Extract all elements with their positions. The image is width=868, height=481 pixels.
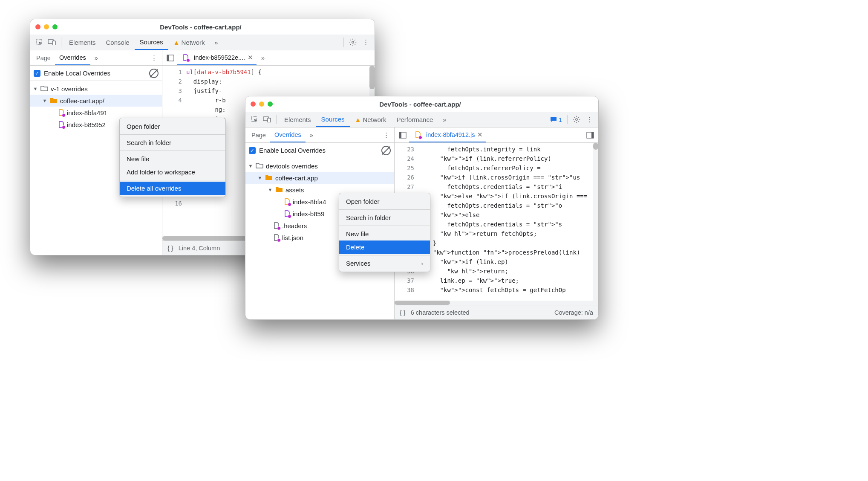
ctx-search-folder[interactable]: Search in folder — [339, 211, 430, 224]
ctx-delete[interactable]: Delete — [339, 240, 430, 254]
svg-rect-5 — [167, 55, 169, 61]
tree-label: index-8bfa4 — [293, 198, 326, 206]
more-files-icon[interactable]: » — [257, 52, 269, 64]
inspect-icon[interactable] — [248, 113, 261, 126]
enable-overrides-checkbox[interactable]: ✓ — [34, 70, 40, 77]
cursor-position: Line 4, Column — [179, 245, 220, 252]
sidebar-tabs: Page Overrides » ⋮ — [30, 50, 162, 66]
file-icon — [284, 198, 290, 205]
tree-label: index-b85952 — [67, 121, 106, 128]
chevron-right-icon: › — [421, 260, 423, 267]
file-icon — [274, 234, 280, 241]
editor-tab-label: index-b859522e.... — [194, 54, 245, 61]
folder-icon — [40, 85, 48, 93]
side-tab-overrides[interactable]: Overrides — [270, 127, 306, 142]
close-tab-icon[interactable]: ✕ — [477, 131, 483, 138]
ctx-new-file[interactable]: New file — [339, 227, 430, 240]
tab-network[interactable]: ▲Network — [168, 35, 210, 50]
tab-elements[interactable]: Elements — [64, 35, 101, 50]
tab-elements[interactable]: Elements — [279, 112, 316, 127]
folder-open-icon — [275, 186, 283, 194]
minimize-window-icon[interactable] — [44, 24, 49, 29]
tab-network[interactable]: ▲Network — [350, 112, 392, 127]
editor-tab-label: index-8bfa4912.js — [426, 131, 475, 138]
svg-rect-11 — [399, 132, 401, 138]
close-tab-icon[interactable]: ✕ — [248, 54, 253, 61]
clear-overrides-icon[interactable] — [149, 69, 159, 78]
kebab-icon[interactable]: ⋮ — [583, 113, 596, 126]
side-tab-page[interactable]: Page — [32, 50, 55, 65]
context-menu-folder-2: Open folder Search in folder New file De… — [339, 193, 430, 272]
side-tab-page[interactable]: Page — [247, 127, 270, 142]
braces-icon[interactable]: { } — [400, 309, 406, 316]
minimize-window-icon[interactable] — [259, 101, 264, 107]
file-icon — [284, 210, 290, 217]
tree-label: list.json — [282, 234, 303, 241]
svg-rect-8 — [268, 118, 271, 122]
tree-folder-domain[interactable]: ▼ coffee-cart.app — [245, 172, 394, 184]
panel-toggle-left-icon[interactable] — [396, 129, 409, 142]
sidebar-kebab-icon[interactable]: ⋮ — [147, 52, 160, 64]
tree-file[interactable]: index-8bfa491 — [30, 107, 162, 119]
side-tab-more-icon[interactable]: » — [90, 50, 102, 65]
file-icon — [415, 131, 421, 138]
side-tab-more-icon[interactable]: » — [306, 127, 317, 142]
ctx-delete-all-overrides[interactable]: Delete all overrides — [120, 182, 225, 195]
panel-toggle-left-icon[interactable] — [164, 52, 177, 64]
ctx-add-folder[interactable]: Add folder to workspace — [120, 165, 225, 179]
more-tabs-icon[interactable]: » — [210, 36, 222, 49]
titlebar: DevTools - coffee-cart.app/ — [30, 19, 375, 35]
editor-tab-active[interactable]: index-8bfa4912.js ✕ — [409, 127, 486, 142]
enable-overrides-row: ✓ Enable Local Overrides — [245, 143, 394, 158]
tree-folder-domain[interactable]: ▼ coffee-cart.app/ — [30, 95, 162, 107]
file-icon — [58, 121, 64, 128]
close-window-icon[interactable] — [251, 101, 256, 107]
clear-overrides-icon[interactable] — [381, 146, 391, 155]
settings-icon[interactable] — [346, 36, 359, 49]
file-icon — [274, 222, 280, 229]
enable-overrides-checkbox[interactable]: ✓ — [249, 147, 256, 154]
titlebar: DevTools - coffee-cart.app/ — [245, 96, 598, 112]
side-tab-overrides[interactable]: Overrides — [55, 50, 90, 65]
ctx-services[interactable]: Services› — [339, 257, 430, 270]
tree-label: coffee-cart.app — [275, 174, 318, 182]
tab-performance[interactable]: Performance — [391, 112, 438, 127]
file-icon — [58, 109, 64, 116]
scrollbar-vertical[interactable] — [593, 143, 598, 301]
tree-label: devtools overrides — [266, 162, 318, 170]
settings-icon[interactable] — [570, 113, 583, 126]
tab-sources[interactable]: Sources — [316, 112, 350, 127]
tab-console[interactable]: Console — [101, 35, 135, 50]
main-tabstrip: Elements Console Sources ▲Network » ⋮ — [30, 35, 375, 50]
tree-root[interactable]: ▼ v-1 overrides — [30, 83, 162, 95]
tree-label: index-b859 — [293, 210, 324, 217]
inspect-icon[interactable] — [33, 36, 46, 49]
kebab-icon[interactable]: ⋮ — [359, 36, 372, 49]
sidebar-kebab-icon[interactable]: ⋮ — [380, 129, 392, 142]
tree-label: assets — [285, 186, 304, 194]
scrollbar-horizontal[interactable] — [395, 301, 598, 305]
ctx-new-file[interactable]: New file — [120, 152, 225, 165]
tab-sources[interactable]: Sources — [135, 35, 168, 50]
device-toggle-icon[interactable] — [261, 113, 274, 126]
braces-icon[interactable]: { } — [167, 245, 173, 252]
enable-overrides-label: Enable Local Overrides — [259, 147, 326, 154]
editor-tab-active[interactable]: index-b859522e.... ✕ — [177, 50, 257, 65]
sidebar-tabs: Page Overrides » ⋮ — [245, 127, 394, 143]
panel-toggle-right-icon[interactable] — [584, 129, 597, 142]
more-tabs-icon[interactable]: » — [438, 113, 451, 126]
coverage-status: Coverage: n/a — [554, 309, 593, 316]
file-icon — [183, 54, 189, 61]
device-toggle-icon[interactable] — [46, 36, 58, 49]
ctx-open-folder[interactable]: Open folder — [339, 195, 430, 208]
chat-icon — [550, 116, 557, 122]
ctx-search-folder[interactable]: Search in folder — [120, 136, 225, 149]
tree-label: coffee-cart.app/ — [60, 97, 104, 104]
close-window-icon[interactable] — [35, 24, 40, 29]
tree-label: v-1 overrides — [51, 85, 88, 93]
tree-root[interactable]: ▼ devtools overrides — [245, 160, 394, 172]
messages-badge[interactable]: 1 — [548, 116, 565, 123]
maximize-window-icon[interactable] — [268, 101, 273, 107]
maximize-window-icon[interactable] — [52, 24, 58, 29]
ctx-open-folder[interactable]: Open folder — [120, 120, 225, 133]
